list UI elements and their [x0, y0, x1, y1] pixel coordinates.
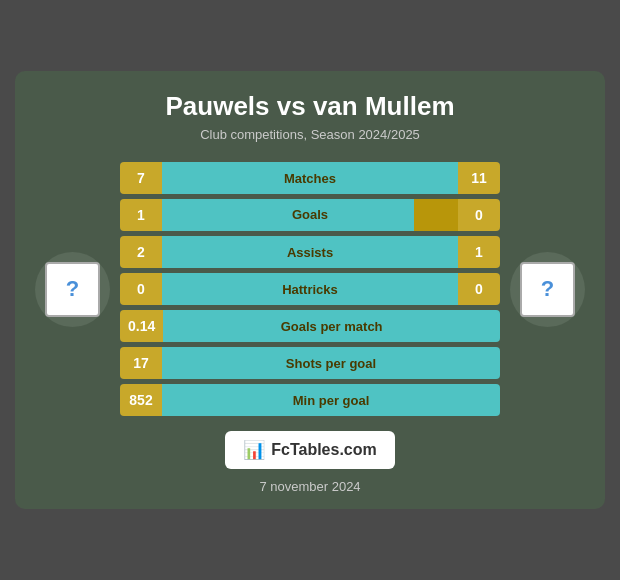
- date-footer: 7 november 2024: [35, 479, 585, 494]
- logo-area: 📊 FcTables.com: [35, 431, 585, 469]
- left-avatar: ?: [35, 252, 110, 327]
- stat-row-assists: 2 Assists 1: [120, 236, 500, 268]
- mpg-label: Min per goal: [293, 393, 370, 408]
- question-icon-right: ?: [541, 276, 554, 302]
- gpm-label: Goals per match: [281, 319, 383, 334]
- right-avatar: ?: [510, 252, 585, 327]
- spg-label: Shots per goal: [286, 356, 376, 371]
- matches-left-val: 7: [120, 162, 162, 194]
- stat-row-matches: 7 Matches 11: [120, 162, 500, 194]
- gpm-left-val: 0.14: [120, 310, 163, 342]
- stat-row-min-per-goal: 852 Min per goal: [120, 384, 500, 416]
- matches-label: Matches: [284, 171, 336, 186]
- page-title: Pauwels vs van Mullem: [35, 91, 585, 122]
- comparison-card: Pauwels vs van Mullem Club competitions,…: [15, 71, 605, 509]
- hattricks-right-val: 0: [458, 273, 500, 305]
- subtitle: Club competitions, Season 2024/2025: [35, 127, 585, 142]
- stat-row-goals-per-match: 0.14 Goals per match: [120, 310, 500, 342]
- question-icon: ?: [66, 276, 79, 302]
- left-avatar-placeholder: ?: [45, 262, 100, 317]
- hattricks-label: Hattricks: [282, 282, 338, 297]
- matches-right-val: 11: [458, 162, 500, 194]
- hattricks-left-val: 0: [120, 273, 162, 305]
- logo-icon: 📊: [243, 439, 265, 461]
- stat-row-shots-per-goal: 17 Shots per goal: [120, 347, 500, 379]
- goals-label: Goals: [162, 199, 458, 231]
- assists-label: Assists: [287, 245, 333, 260]
- assists-left-val: 2: [120, 236, 162, 268]
- goals-right-val: 0: [458, 199, 500, 231]
- logo-text: FcTables.com: [271, 441, 377, 459]
- spg-left-val: 17: [120, 347, 162, 379]
- logo-box: 📊 FcTables.com: [225, 431, 395, 469]
- mpg-left-val: 852: [120, 384, 162, 416]
- goals-left-val: 1: [120, 199, 162, 231]
- right-avatar-placeholder: ?: [520, 262, 575, 317]
- stat-row-hattricks: 0 Hattricks 0: [120, 273, 500, 305]
- assists-right-val: 1: [458, 236, 500, 268]
- stat-row-goals: 1 Goals 0: [120, 199, 500, 231]
- stats-container: 7 Matches 11 1 Goals 0 2 As: [120, 162, 500, 416]
- content-area: ? 7 Matches 11 1 Goals 0: [35, 162, 585, 416]
